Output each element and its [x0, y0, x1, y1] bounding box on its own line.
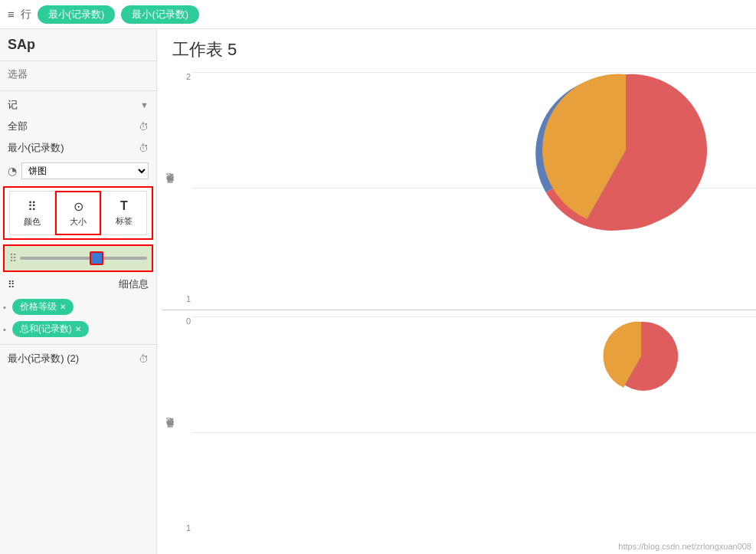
- sap-text: SAp: [8, 37, 35, 53]
- selector-label: 选器: [8, 68, 28, 80]
- color-dots-icon: ⠿: [28, 199, 37, 214]
- sidebar-item-detail-label: 细信息: [119, 277, 149, 291]
- sidebar-item-all[interactable]: 全部 ⏱: [0, 116, 156, 137]
- sidebar-item-min-records[interactable]: 最小(记录数) ⏱: [0, 137, 156, 159]
- tag-price-close-icon[interactable]: ✕: [60, 303, 66, 311]
- small-pie-chart: [603, 318, 679, 395]
- label-T-icon: T: [120, 199, 128, 213]
- size-card-btn[interactable]: ⊙ 大小: [55, 191, 101, 235]
- detail-dots-icon: ⠿: [8, 279, 15, 290]
- tag-sum-close-icon[interactable]: ✕: [75, 325, 81, 333]
- sidebar-item-all-label: 全部: [8, 120, 28, 133]
- tick-2-lower: 0: [186, 316, 191, 326]
- tag-price-level-label: 价格等级: [20, 300, 57, 313]
- sidebar-item-min-records-2-label: 最小(记录数) (2): [8, 352, 79, 366]
- y-axis-label-1: 最小值 记录数: [165, 187, 175, 189]
- pill-2[interactable]: 最小(记录数): [121, 5, 199, 24]
- tick-2-upper: 2: [186, 72, 191, 81]
- sidebar-item-min-records-2[interactable]: 最小(记录数) (2) ⏱: [0, 348, 156, 369]
- sidebar-item-min-records-label: 最小(记录数): [8, 141, 64, 155]
- size-card-label: 大小: [70, 216, 87, 228]
- label-card-btn[interactable]: T 标签: [101, 191, 147, 235]
- watermark: https://blog.csdn.net/zrlongxuan008: [618, 542, 751, 551]
- dots-icon: ⠿: [9, 252, 17, 264]
- clock-icon-1: ⏱: [139, 121, 149, 133]
- mark-cards-row: ⠿ 颜色 ⊙ 大小 T 标签: [3, 186, 153, 240]
- clock-icon-3: ⏱: [139, 353, 149, 365]
- size-slider-row: ⠿: [3, 244, 153, 272]
- color-card-label: 颜色: [24, 216, 41, 228]
- sidebar-section-record[interactable]: 记 ▼: [0, 94, 156, 116]
- worksheet-title: 工作表 5: [157, 29, 756, 66]
- color-card-btn[interactable]: ⠿ 颜色: [9, 191, 55, 235]
- row-icon: ≡: [8, 8, 15, 21]
- tag-price-level[interactable]: 价格等级 ✕: [12, 299, 74, 315]
- row-label: 行: [21, 8, 31, 21]
- sidebar-item-detail[interactable]: ⠿ 细信息: [0, 274, 156, 295]
- clock-icon-2: ⏱: [139, 143, 149, 154]
- tag-sum-records-label: 总和(记录数): [20, 323, 72, 336]
- upper-plot: [192, 66, 756, 310]
- tag-sum-records[interactable]: 总和(记录数) ✕: [12, 321, 89, 337]
- label-card-label: 标签: [116, 215, 133, 227]
- chevron-down-icon: ▼: [140, 100, 149, 110]
- chart-type-select[interactable]: 饼图: [21, 162, 149, 179]
- section-record-label: 记: [8, 98, 18, 112]
- tick-1-upper: 1: [186, 294, 191, 303]
- y-axis-label-2: 最小值 记录数: [165, 431, 175, 434]
- content-area: 工作表 5 最小值 记录数 2 1: [157, 29, 756, 554]
- sidebar: SAp 选器 记 ▼ 全部 ⏱ 最小(记录数) ⏱ ◔ 饼图: [0, 29, 157, 554]
- pill-1[interactable]: 最小(记录数): [38, 5, 116, 24]
- tags-area: • 价格等级 ✕ • 总和(记录数) ✕: [0, 295, 156, 341]
- size-slider-thumb[interactable]: [90, 251, 103, 265]
- size-slider-track[interactable]: [20, 257, 147, 260]
- pie-chart-icon: ◔: [8, 165, 17, 177]
- lower-plot: [192, 310, 756, 554]
- top-bar: ≡ 行 最小(记录数) 最小(记录数): [0, 0, 756, 29]
- tick-1-lower: 1: [186, 523, 191, 533]
- size-circle-icon: ⊙: [74, 199, 83, 214]
- chart-type-dropdown-row: ◔ 饼图: [0, 159, 156, 183]
- main-area: SAp 选器 记 ▼ 全部 ⏱ 最小(记录数) ⏱ ◔ 饼图: [0, 29, 756, 554]
- large-pie-final: [542, 66, 710, 234]
